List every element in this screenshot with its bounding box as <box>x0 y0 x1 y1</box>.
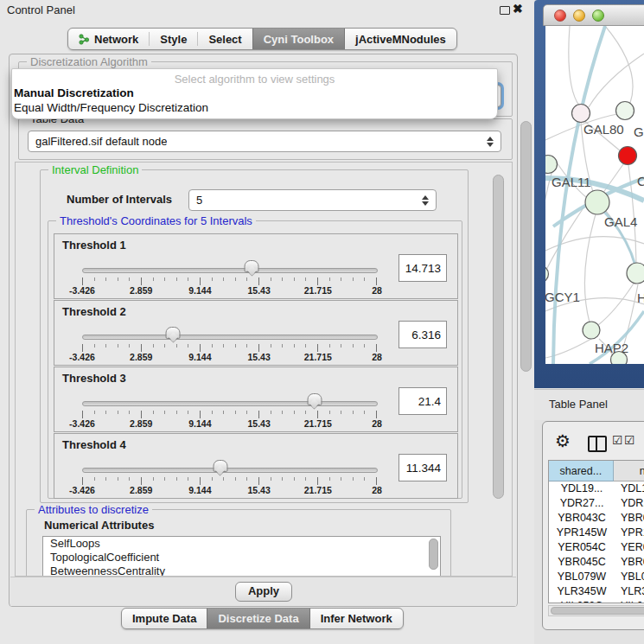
cell-shared-name: YBR045C <box>549 555 615 570</box>
table-panel-window: ⚙ ☑ ☑ shared... n... YDL19... YDL1 YDR27… <box>542 421 644 630</box>
scale-label: -3.426 <box>69 285 95 296</box>
column-header-name[interactable]: n... <box>614 461 644 481</box>
popup-option-equal-width-frequency[interactable]: Equal Width/Frequency Discretization <box>14 101 495 114</box>
tab-impute-data-label: Impute Data <box>132 612 196 625</box>
scale-label: 15.43 <box>247 485 270 495</box>
settings-scrollbar[interactable] <box>493 175 504 499</box>
threshold-2-value-field[interactable]: 6.316 <box>399 321 447 348</box>
cell-shared-name: YLR345W <box>549 584 615 599</box>
cell-shared-name: YDR27... <box>549 496 615 511</box>
cell-name: YBL0 <box>615 570 644 584</box>
node-right[interactable] <box>627 263 644 284</box>
slider-ticks <box>82 344 377 352</box>
split-view-icon[interactable] <box>588 436 607 452</box>
cell-shared-name: YIL052C <box>549 599 615 603</box>
tab-jactivemnodules[interactable]: jActiveMNodules <box>345 29 456 49</box>
table-header-row: shared... n... <box>549 461 644 481</box>
tab-impute-data[interactable]: Impute Data <box>122 609 207 628</box>
column-header-shared-name[interactable]: shared... <box>549 461 614 481</box>
table-row[interactable]: YDL19... YDL1 <box>549 481 644 496</box>
table-horizontal-scrollbar[interactable] <box>548 605 644 616</box>
table-row[interactable]: YDR27... YDR2 <box>549 496 644 511</box>
scale-label: -3.426 <box>69 352 95 362</box>
cell-shared-name: YBR043C <box>549 511 615 526</box>
table-row[interactable]: YLR345W YLR3 <box>549 584 644 599</box>
checkbox-icon[interactable]: ☑ <box>612 433 623 447</box>
scale-label: 15.43 <box>247 285 270 296</box>
table-row[interactable]: YIL052C YIL0 <box>549 599 644 603</box>
node-gal11[interactable] <box>545 156 558 174</box>
node-table: shared... n... YDL19... YDL1 YDR27... YD… <box>548 460 644 603</box>
table-horizontal-scrollbar-thumb[interactable] <box>551 607 644 615</box>
cell-name: YDL1 <box>615 481 644 496</box>
threshold-3-value-field[interactable]: 21.4 <box>399 387 447 415</box>
slider-scale-labels: -3.426 2.859 9.144 15.43 21.715 28 <box>82 352 377 362</box>
scale-label: 9.144 <box>188 485 211 495</box>
tab-infer-network-label: Infer Network <box>321 612 392 625</box>
slider-ticks <box>82 477 377 485</box>
table-panel-title: Table Panel <box>549 398 608 411</box>
tab-infer-network[interactable]: Infer Network <box>310 609 403 628</box>
scale-label: 9.144 <box>188 418 211 429</box>
threshold-4-panel: Threshold 4 -3.426 2.859 9.144 15.43 21.… <box>54 433 458 499</box>
network-view-window: GAL80 G. GAL11 C GAL4 GCY1 H HAP2 <box>534 0 644 388</box>
gear-icon[interactable]: ⚙ <box>555 430 571 451</box>
screen: Control Panel ✖ Network Style <box>0 0 644 644</box>
close-traffic-light-icon[interactable] <box>554 10 566 22</box>
scale-label: 15.43 <box>247 352 270 362</box>
tab-discretize-data[interactable]: Discretize Data <box>207 609 309 628</box>
minimize-traffic-light-icon[interactable] <box>573 10 585 22</box>
threshold-1-value-field[interactable]: 14.713 <box>399 254 447 282</box>
attributes-group-title: Attributes to discretize <box>35 503 152 516</box>
tab-cyni-toolbox[interactable]: Cyni Toolbox <box>252 29 345 49</box>
table-row[interactable]: YPR145W YPR1 <box>549 526 644 540</box>
list-item[interactable]: BetweennessCentrality <box>43 564 440 577</box>
list-item[interactable]: SelfLoops <box>43 537 440 551</box>
window-title: Control Panel <box>7 3 75 16</box>
control-panel-scrollbar[interactable] <box>520 121 532 372</box>
node-hap2[interactable] <box>583 322 600 339</box>
tab-network[interactable]: Network <box>68 29 149 49</box>
node-label-clipped: H <box>637 290 644 305</box>
threshold-4-slider-thumb[interactable] <box>213 460 227 472</box>
table-row[interactable]: YBR043C YBR0 <box>549 511 644 526</box>
threshold-3-slider-thumb[interactable] <box>307 393 322 405</box>
float-window-icon[interactable] <box>500 6 510 15</box>
list-scrollbar[interactable] <box>429 539 438 570</box>
scale-label: 28 <box>372 352 382 362</box>
cell-name: YER0 <box>615 540 644 555</box>
network-canvas[interactable]: GAL80 G. GAL11 C GAL4 GCY1 H HAP2 <box>545 26 644 364</box>
close-window-icon[interactable]: ✖ <box>513 2 523 16</box>
zoom-traffic-light-icon[interactable] <box>592 10 604 22</box>
tab-style[interactable]: Style <box>150 29 197 49</box>
popup-option-manual-discretization[interactable]: Manual Discretization <box>14 86 495 99</box>
table-panel-titlebar: Table Panel <box>534 389 644 420</box>
threshold-1-slider-thumb[interactable] <box>245 260 259 272</box>
interval-definition-group: Interval Definition Number of Intervals … <box>40 169 469 503</box>
tab-select[interactable]: Select <box>198 29 252 49</box>
node-red-selected[interactable] <box>619 147 637 165</box>
tab-cyni-toolbox-label: Cyni Toolbox <box>264 33 334 46</box>
checkbox-icon[interactable]: ☑ <box>624 433 635 447</box>
table-row[interactable]: YER054C YER0 <box>549 540 644 555</box>
slider-scale-labels: -3.426 2.859 9.144 15.43 21.715 28 <box>82 285 377 296</box>
scale-label: 2.859 <box>130 418 152 429</box>
threshold-1-panel: Threshold 1 -3.426 2.859 9.144 15.43 21.… <box>54 233 458 299</box>
table-row[interactable]: YBR045C YBR0 <box>549 555 644 570</box>
threshold-4-value-field[interactable]: 11.344 <box>399 454 447 481</box>
node-top-right[interactable] <box>616 102 634 120</box>
cell-shared-name: YER054C <box>549 540 615 555</box>
threshold-2-panel: Threshold 2 -3.426 2.859 9.144 15.43 21.… <box>54 300 458 366</box>
scale-label: -3.426 <box>69 418 95 429</box>
apply-button[interactable]: Apply <box>235 582 292 602</box>
threshold-2-slider-thumb[interactable] <box>166 327 181 339</box>
number-of-intervals-combo[interactable]: 5 <box>188 189 437 211</box>
node-gal4[interactable] <box>585 190 609 214</box>
list-item[interactable]: TopologicalCoefficient <box>43 551 440 564</box>
table-data-combo[interactable]: galFiltered.sif default node <box>28 131 501 152</box>
node-gal80[interactable] <box>572 105 590 123</box>
table-row[interactable]: YBL079W YBL0 <box>549 570 644 584</box>
threshold-2-label: Threshold 2 <box>62 305 126 318</box>
scale-label: 28 <box>372 285 382 296</box>
algorithm-popup-hint: Select algorithm to view settings <box>12 73 497 86</box>
